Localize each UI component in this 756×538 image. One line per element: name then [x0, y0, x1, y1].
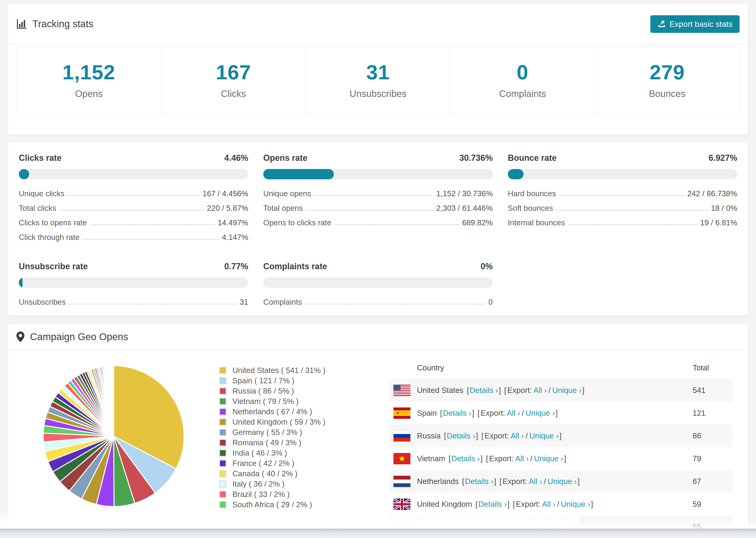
- rate-stat-label: Total opens: [263, 204, 303, 213]
- rate-percent: 6.927%: [709, 153, 737, 163]
- stat-label: Bounces: [649, 88, 685, 99]
- legend-item-india[interactable]: India ( 46 / 3% ): [219, 449, 374, 457]
- export-all-link[interactable]: All ›: [529, 477, 542, 486]
- legend-item-south-africa[interactable]: South Africa ( 29 / 2% ): [219, 500, 374, 509]
- bracket: ]: [564, 454, 566, 463]
- legend-swatch: [219, 460, 226, 467]
- export-all-link[interactable]: All ›: [533, 386, 547, 395]
- legend-swatch: [219, 418, 226, 426]
- rate-block-bounce-rate: Bounce rate6.927%Hard bounces242 / 86.73…: [508, 153, 737, 247]
- details-link[interactable]: Details ›: [452, 454, 480, 463]
- legend-item-united-states[interactable]: United States ( 541 / 31% ): [219, 366, 374, 375]
- stat-label: Opens: [75, 88, 103, 99]
- tracking-stats-header: Tracking stats Export basic stats: [8, 4, 748, 45]
- rate-stat-row: Unsubscribes31: [19, 297, 248, 306]
- rate-progress-bar: [263, 169, 493, 179]
- separator: /: [522, 409, 524, 418]
- details-link[interactable]: Details ›: [465, 477, 493, 486]
- stat-card-complaints: 0Complaints: [450, 47, 595, 112]
- rate-stat-value: 14.497%: [218, 218, 248, 227]
- rate-stat-value: 0: [488, 297, 493, 306]
- rate-block-complaints-rate: Complaints rate0%Complaints0: [263, 261, 493, 312]
- legend-label: Germany ( 55 / 3% ): [233, 428, 302, 437]
- rates-grid: Clicks rate4.46%Unique clicks167 / 4.456…: [19, 153, 737, 312]
- export-unique-link[interactable]: Unique ›: [552, 386, 581, 395]
- rate-stat-row: Internal bounces19 / 6.81%: [508, 218, 737, 227]
- dotted-leader: [334, 224, 459, 225]
- export-unique-link[interactable]: Unique ›: [529, 431, 559, 440]
- dotted-leader: [305, 304, 486, 304]
- rate-stat-label: Hard bounces: [508, 189, 556, 198]
- page-title-text: Tracking stats: [32, 18, 93, 29]
- details-link[interactable]: Details ›: [469, 386, 498, 395]
- stats-row: 1,152Opens167Clicks31Unsubscribes0Compla…: [17, 47, 739, 112]
- legend-item-germany[interactable]: Germany ( 55 / 3% ): [219, 428, 374, 437]
- page-bottom-bar: [0, 529, 756, 538]
- legend-item-italy[interactable]: Italy ( 36 / 2% ): [219, 480, 374, 488]
- bracket: ]: [472, 409, 474, 418]
- rate-stat-value: 2,303 / 61.446%: [436, 204, 493, 213]
- bracket: [: [499, 477, 502, 486]
- legend-item-brazil[interactable]: Brazil ( 33 / 2% ): [219, 490, 374, 499]
- details-link[interactable]: Details ›: [443, 409, 471, 418]
- legend-item-russia[interactable]: Russia ( 86 / 5% ): [219, 387, 374, 396]
- geo-table-row-united-states: United States[Details ›][Export:All ›/Un…: [389, 379, 732, 402]
- rate-stat-row: Opens to clicks rate689.82%: [263, 218, 493, 227]
- country-name: United States: [417, 386, 463, 395]
- export-all-link[interactable]: All ›: [507, 409, 520, 418]
- export-unique-link[interactable]: Unique ›: [534, 454, 564, 463]
- us-flag-icon: [394, 385, 410, 396]
- legend-label: Russia ( 86 / 5% ): [233, 387, 294, 396]
- legend-label: Vietnam ( 79 / 5% ): [233, 397, 298, 406]
- geo-table-row-netherlands: Netherlands[Details ›][Export:All ›/Uniq…: [389, 470, 732, 493]
- legend-item-united-kingdom[interactable]: United Kingdom ( 59 / 3% ): [219, 418, 374, 426]
- legend-swatch: [219, 398, 226, 405]
- legend-label: United Kingdom ( 59 / 3% ): [233, 418, 325, 426]
- bracket: ]: [560, 431, 562, 440]
- legend-item-france[interactable]: France ( 42 / 2% ): [219, 459, 374, 468]
- country-total: 121: [693, 409, 732, 418]
- export-unique-link[interactable]: Unique ›: [561, 500, 590, 509]
- dotted-leader: [306, 210, 433, 211]
- geo-title-text: Campaign Geo Opens: [30, 331, 128, 343]
- export-unique-link[interactable]: Unique ›: [548, 477, 577, 486]
- bracket: ]: [476, 431, 478, 440]
- rate-stat-label: Complaints: [263, 297, 302, 306]
- export-all-link[interactable]: All ›: [515, 454, 529, 463]
- rate-percent: 4.46%: [224, 153, 248, 163]
- pie-slice-other-48[interactable]: [113, 366, 114, 436]
- legend-item-netherlands[interactable]: Netherlands ( 67 / 4% ): [219, 407, 374, 416]
- export-unique-link[interactable]: Unique ›: [526, 409, 555, 418]
- dotted-leader: [69, 304, 237, 304]
- rate-stat-value: 220 / 5.87%: [207, 204, 248, 213]
- legend-label: Canada ( 40 / 2% ): [233, 469, 297, 478]
- legend-label: France ( 42 / 2% ): [233, 459, 295, 468]
- bracket: [: [475, 500, 477, 509]
- rate-progress-fill: [263, 169, 334, 179]
- ru-flag-icon: [394, 430, 410, 442]
- rate-stat-label: Unsubscribes: [19, 297, 66, 306]
- details-link[interactable]: Details ›: [447, 431, 475, 440]
- country-total: 59: [693, 500, 732, 509]
- country-name: Netherlands: [417, 477, 459, 486]
- geo-pie-chart: [8, 356, 219, 512]
- bracket: ]: [494, 477, 496, 486]
- rate-title: Unsubscribe rate: [19, 261, 88, 271]
- separator: /: [526, 431, 528, 440]
- export-all-link[interactable]: All ›: [542, 500, 556, 509]
- rate-stat-row: Soft bounces18 / 0%: [508, 204, 737, 213]
- country-total: 67: [693, 477, 732, 486]
- legend-item-vietnam[interactable]: Vietnam ( 79 / 5% ): [219, 397, 374, 406]
- bracket: [: [440, 409, 442, 418]
- export-label: Export:: [489, 454, 514, 463]
- stat-card-bounces: 279Bounces: [595, 47, 739, 112]
- separator: /: [549, 386, 551, 395]
- legend-item-canada[interactable]: Canada ( 40 / 2% ): [219, 469, 374, 478]
- bracket: ]: [556, 409, 558, 418]
- export-all-link[interactable]: All ›: [511, 431, 524, 440]
- details-link[interactable]: Details ›: [478, 500, 507, 509]
- legend-item-spain[interactable]: Spain ( 121 / 7% ): [219, 376, 374, 385]
- rate-stat-row: Total clicks220 / 5.87%: [19, 204, 248, 213]
- export-basic-stats-button[interactable]: Export basic stats: [650, 15, 739, 33]
- legend-item-romania[interactable]: Romania ( 49 / 3% ): [219, 438, 374, 447]
